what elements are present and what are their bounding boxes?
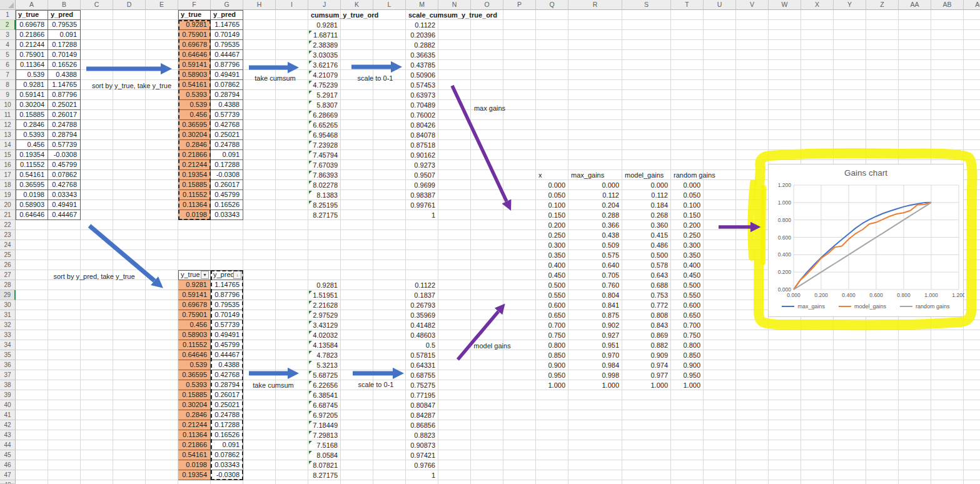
cell-T32[interactable]: 0.700 (671, 320, 704, 330)
cell-R21[interactable]: 0.288 (568, 210, 622, 220)
cell-B20[interactable]: 0.49491 (48, 200, 81, 210)
cell-A13[interactable]: 0.5393 (16, 130, 48, 140)
column-header-G[interactable]: G (211, 0, 243, 10)
cell-B4[interactable]: 0.17288 (48, 40, 81, 50)
cell-M42[interactable]: 0.86856 (406, 420, 438, 430)
column-header-S[interactable]: S (622, 0, 671, 10)
row-header-34[interactable]: 34 (0, 340, 16, 350)
cell-G4[interactable]: 0.79535 (211, 40, 243, 50)
gains-header-0[interactable]: x (536, 170, 568, 180)
cell-T19[interactable]: 0.050 (671, 190, 704, 200)
cell-M15[interactable]: 0.90162 (406, 150, 438, 160)
cell-R20[interactable]: 0.204 (568, 200, 622, 210)
cell-F46[interactable]: 0.0198 (178, 460, 211, 470)
cell-F9[interactable]: 0.5393 (178, 90, 211, 100)
sorted-true-y-pred-header[interactable]: y_pred (211, 10, 243, 20)
cell-B5[interactable]: 0.70149 (48, 50, 81, 60)
cell-J17[interactable]: 7.86393 (308, 170, 341, 180)
cell-M11[interactable]: 0.76002 (406, 110, 438, 120)
cell-B15[interactable]: -0.0308 (48, 150, 81, 160)
cell-J6[interactable]: 3.62176 (308, 60, 341, 70)
cell-R24[interactable]: 0.509 (568, 240, 622, 250)
cell-S34[interactable]: 0.882 (622, 340, 671, 350)
cell-M32[interactable]: 0.41482 (406, 320, 438, 330)
row-header-37[interactable]: 37 (0, 370, 16, 380)
cell-J36[interactable]: 5.3213 (308, 360, 341, 370)
cell-M31[interactable]: 0.35969 (406, 310, 438, 320)
row-header-14[interactable]: 14 (0, 140, 16, 150)
row-header-42[interactable]: 42 (0, 420, 16, 430)
cell-F34[interactable]: 0.11552 (178, 340, 211, 350)
row-header-21[interactable]: 21 (0, 210, 16, 220)
cell-F29[interactable]: 0.59141 (178, 290, 211, 300)
cell-S24[interactable]: 0.486 (622, 240, 671, 250)
cell-G13[interactable]: 0.25021 (211, 130, 243, 140)
row-header-35[interactable]: 35 (0, 350, 16, 360)
cell-R36[interactable]: 0.984 (568, 360, 622, 370)
cell-S27[interactable]: 0.643 (622, 270, 671, 280)
annotation-sort-by-true[interactable]: sort by y_true, take y_true (80, 82, 183, 89)
cell-M9[interactable]: 0.63973 (406, 90, 438, 100)
column-header-M[interactable]: M (406, 0, 438, 10)
cell-G44[interactable]: 0.091 (211, 440, 243, 450)
cell-Q35[interactable]: 0.850 (536, 350, 568, 360)
cell-G20[interactable]: 0.16526 (211, 200, 243, 210)
cell-Q22[interactable]: 0.200 (536, 220, 568, 230)
column-header-F[interactable]: F (178, 0, 211, 10)
annotation-scale-1[interactable]: scale to 0-1 (344, 74, 407, 82)
cell-J21[interactable]: 8.27175 (308, 210, 341, 220)
column-header-D[interactable]: D (113, 0, 146, 10)
cell-F15[interactable]: 0.21866 (178, 150, 211, 160)
cell-J16[interactable]: 7.67039 (308, 160, 341, 170)
cell-R34[interactable]: 0.951 (568, 340, 622, 350)
cell-G30[interactable]: 0.79535 (211, 300, 243, 310)
row-header-13[interactable]: 13 (0, 130, 16, 140)
cell-M37[interactable]: 0.68755 (406, 370, 438, 380)
column-header-AB[interactable]: AB (931, 0, 964, 10)
cell-M20[interactable]: 0.99761 (406, 200, 438, 210)
cell-M5[interactable]: 0.36635 (406, 50, 438, 60)
cell-G10[interactable]: 0.4388 (211, 100, 243, 110)
cell-B17[interactable]: 0.07862 (48, 170, 81, 180)
cell-F38[interactable]: 0.5393 (178, 380, 211, 390)
cell-F18[interactable]: 0.15885 (178, 180, 211, 190)
cell-J9[interactable]: 5.2917 (308, 90, 341, 100)
cell-M10[interactable]: 0.70489 (406, 100, 438, 110)
cell-G5[interactable]: 0.44467 (211, 50, 243, 60)
cell-B14[interactable]: 0.57739 (48, 140, 81, 150)
cell-T25[interactable]: 0.350 (671, 250, 704, 260)
row-header-48[interactable]: 48 (0, 480, 16, 484)
cell-G11[interactable]: 0.57739 (211, 110, 243, 120)
cell-A4[interactable]: 0.21244 (16, 40, 48, 50)
row-header-26[interactable]: 26 (0, 260, 16, 270)
cell-T37[interactable]: 0.950 (671, 370, 704, 380)
cell-Q28[interactable]: 0.500 (536, 280, 568, 290)
column-header-X[interactable]: X (801, 0, 834, 10)
cell-A20[interactable]: 0.58903 (16, 200, 48, 210)
sort-descending-icon[interactable]: ↓ (233, 271, 241, 279)
row-header-41[interactable]: 41 (0, 410, 16, 420)
cell-S20[interactable]: 0.184 (622, 200, 671, 210)
cell-M29[interactable]: 0.1837 (406, 290, 438, 300)
row-header-47[interactable]: 47 (0, 470, 16, 480)
cell-F39[interactable]: 0.15885 (178, 390, 211, 400)
cell-J33[interactable]: 4.02032 (308, 330, 341, 340)
cell-M30[interactable]: 0.26793 (406, 300, 438, 310)
cell-M2[interactable]: 0.1122 (406, 20, 438, 30)
cell-M13[interactable]: 0.84078 (406, 130, 438, 140)
cell-J28[interactable]: 0.9281 (308, 280, 341, 290)
row-header-8[interactable]: 8 (0, 80, 16, 90)
cell-J12[interactable]: 6.65265 (308, 120, 341, 130)
series-random-gains[interactable] (794, 203, 931, 290)
cell-F28[interactable]: 0.9281 (178, 280, 211, 290)
cell-G8[interactable]: 0.07862 (211, 80, 243, 90)
cell-G16[interactable]: 0.17288 (211, 160, 243, 170)
cell-G9[interactable]: 0.28794 (211, 90, 243, 100)
cell-J11[interactable]: 6.28669 (308, 110, 341, 120)
cell-Q25[interactable]: 0.350 (536, 250, 568, 260)
cell-M4[interactable]: 0.2882 (406, 40, 438, 50)
cell-J47[interactable]: 8.27175 (308, 470, 341, 480)
cell-G45[interactable]: 0.07862 (211, 450, 243, 460)
row-header-27[interactable]: 27 (0, 270, 16, 280)
cell-G3[interactable]: 0.70149 (211, 30, 243, 40)
